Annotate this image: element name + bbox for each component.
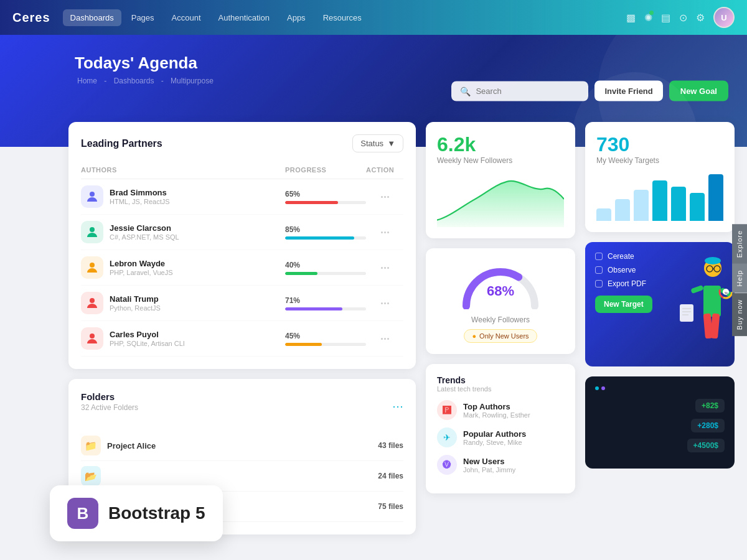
nav-item-resources[interactable]: Resources	[316, 9, 369, 26]
explore-tab[interactable]: Explore	[732, 224, 747, 264]
partner-info: Natali Trump Python, ReactJS	[81, 292, 285, 314]
partner-info: Brad Simmons HTML, JS, ReactJS	[81, 185, 285, 208]
followers-card: 6.2k Weekly New Followers	[426, 122, 575, 238]
table-header: Authors Progress Action	[81, 162, 403, 179]
analytics-icon[interactable]: ▩	[626, 12, 636, 24]
trend-name: Top Authors	[463, 402, 530, 411]
card-title: Leading Partners	[81, 138, 162, 149]
partner-avatar	[81, 185, 103, 208]
bar-item	[596, 208, 611, 221]
nav-item-dashboards[interactable]: Dashboards	[63, 9, 121, 26]
stats-dots	[595, 386, 725, 390]
stat-row-1: +82$	[595, 399, 725, 413]
svg-point-4	[90, 334, 95, 338]
weekly-number: 730	[596, 133, 723, 156]
status-label: Status	[360, 139, 383, 148]
partner-details: Lebron Wayde PHP, Laravel, VueJS	[110, 259, 173, 276]
stat-badge-3: +4500$	[687, 439, 725, 452]
search-input[interactable]	[476, 86, 580, 96]
breadcrumb-multipurpose: Multipurpose	[171, 77, 214, 85]
badge-text: Only New Users	[479, 332, 529, 340]
partner-name: Jessie Clarcson	[110, 223, 179, 233]
partner-avatar	[81, 256, 103, 279]
progress-bar-fill	[285, 343, 322, 346]
action-menu-button[interactable]	[366, 338, 403, 340]
partner-name: Natali Trump	[110, 294, 161, 304]
action-menu-button[interactable]	[366, 196, 403, 198]
breadcrumb-dashboards[interactable]: Dashboards	[114, 77, 154, 85]
gauge-percent: 68%	[487, 283, 514, 299]
followers-label: Weekly New Followers	[437, 156, 564, 165]
nav-item-pages[interactable]: Pages	[124, 9, 162, 26]
action-menu-button[interactable]	[366, 267, 403, 269]
partner-row: Carles Puyol PHP, SQLite, Artisan CLI 45…	[81, 321, 403, 357]
help-tab[interactable]: Help	[732, 264, 747, 293]
folder-row: 📁 Project Alice 43 files	[81, 431, 403, 461]
nav-item-authentication[interactable]: Authentication	[211, 9, 277, 26]
gauge-label: Weekly Followers	[437, 315, 564, 324]
folders-dots[interactable]: ⋯	[392, 399, 403, 413]
messages-icon[interactable]: ▤	[661, 12, 670, 24]
progress-bar-bg	[285, 236, 366, 240]
stat-dot-2	[601, 386, 605, 390]
brand-logo[interactable]: Ceres	[12, 11, 50, 25]
avatar-initials: U	[715, 8, 733, 27]
progress-wrap: 65%	[285, 190, 366, 204]
apps-grid-icon[interactable]: ✺	[644, 12, 652, 24]
trend-item: ✈ Popular Authors Randy, Steve, Mike	[437, 427, 564, 447]
invite-friend-button[interactable]: Invite Friend	[594, 81, 662, 101]
action-menu-button[interactable]	[366, 302, 403, 304]
folder-icon: 📂	[81, 466, 101, 486]
search-box[interactable]: 🔍	[451, 81, 588, 101]
new-goal-button[interactable]: New Goal	[669, 81, 728, 101]
progress-wrap: 71%	[285, 296, 366, 310]
side-tabs: Explore Help Buy now	[732, 224, 747, 336]
partner-details: Brad Simmons HTML, JS, ReactJS	[110, 188, 170, 205]
promo-option-label: Export PDF	[608, 279, 646, 288]
svg-rect-6	[703, 286, 721, 317]
nav-item-apps[interactable]: Apps	[280, 9, 313, 26]
chevron-down-icon: ▼	[387, 139, 395, 148]
followers-number: 6.2k	[437, 133, 564, 156]
followers-chart	[437, 171, 564, 227]
trend-name: New Users	[463, 457, 515, 466]
folder-icon: 📁	[81, 436, 101, 455]
header-actions: 🔍 Invite Friend New Goal	[451, 81, 728, 101]
svg-point-0	[90, 192, 95, 197]
status-dropdown[interactable]: Status ▼	[352, 134, 403, 152]
breadcrumb-home[interactable]: Home	[77, 77, 97, 85]
progress-label: 45%	[285, 332, 366, 340]
bar-item	[690, 193, 705, 221]
folder-info: 📂	[81, 466, 107, 486]
settings-icon[interactable]: ⚙	[696, 12, 705, 24]
partner-details: Natali Trump Python, ReactJS	[110, 294, 161, 312]
partner-name: Brad Simmons	[110, 188, 170, 197]
bar-item	[652, 180, 667, 221]
promo-checkbox[interactable]	[595, 253, 603, 260]
grid-icon[interactable]: ⊙	[679, 12, 687, 24]
col-action: Action	[366, 166, 403, 174]
partner-avatar	[81, 221, 103, 243]
bootstrap-text: Bootstrap 5	[108, 503, 205, 523]
promo-checkbox[interactable]	[595, 266, 603, 274]
partner-list: Brad Simmons HTML, JS, ReactJS 65% Jessi…	[81, 179, 403, 357]
partner-skills: PHP, SQLite, Artisan CLI	[110, 340, 185, 347]
action-menu-button[interactable]	[366, 231, 403, 233]
weekly-label: My Weekly Targets	[596, 156, 723, 165]
promo-figure: %	[672, 242, 735, 366]
weekly-bar-chart	[596, 171, 723, 221]
progress-bar-fill	[285, 307, 342, 310]
svg-point-3	[90, 298, 95, 303]
bar-item	[708, 174, 723, 221]
nav-item-account[interactable]: Account	[164, 9, 209, 26]
warning-icon: ●	[472, 332, 476, 340]
new-target-button[interactable]: New Target	[595, 296, 652, 313]
folders-header: Folders 32 Active Folders ⋯	[81, 391, 403, 421]
progress-bar-bg	[285, 307, 366, 310]
bootstrap-icon: B	[67, 498, 98, 529]
buy-now-tab[interactable]: Buy now	[732, 293, 747, 336]
user-avatar[interactable]: U	[713, 7, 735, 28]
trend-details: Popular Authors Randy, Steve, Mike	[463, 429, 526, 446]
promo-checkbox[interactable]	[595, 280, 603, 287]
trends-card: Trends Latest tech trends 🅿 Top Authors …	[426, 364, 575, 493]
